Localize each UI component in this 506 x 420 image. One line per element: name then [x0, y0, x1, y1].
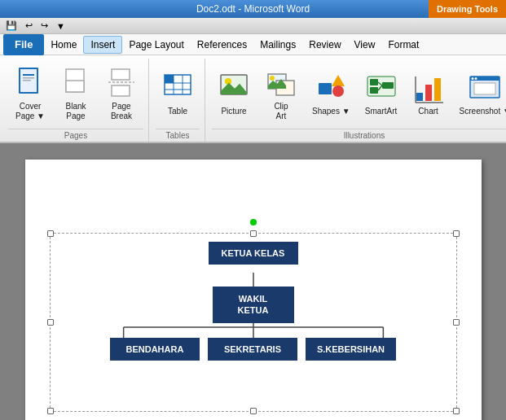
- svg-rect-9: [112, 85, 130, 96]
- page: KETUA KELAS WAKILKETUA BENDAHARA SEKRETA…: [25, 160, 482, 420]
- smartart-label: SmartArt: [365, 107, 397, 116]
- rotate-handle[interactable]: [250, 219, 257, 225]
- svg-rect-32: [434, 78, 441, 101]
- blank-page-button[interactable]: BlankPage: [54, 62, 98, 125]
- svg-rect-36: [470, 77, 499, 81]
- blank-page-label: BlankPage: [65, 102, 86, 121]
- svg-point-23: [332, 85, 344, 97]
- cover-page-label: CoverPage ▼: [15, 102, 45, 121]
- redo-icon[interactable]: ↪: [38, 20, 51, 31]
- customize-icon[interactable]: ▼: [54, 21, 68, 31]
- svg-rect-30: [416, 93, 423, 101]
- picture-label: Picture: [221, 107, 246, 116]
- bendahara-box: BENDAHARA: [110, 338, 200, 361]
- save-icon[interactable]: 💾: [3, 20, 20, 31]
- svg-point-17: [225, 78, 231, 85]
- clip-art-button[interactable]: ClipArt: [259, 62, 303, 125]
- document-area: KETUA KELAS WAKILKETUA BENDAHARA SEKRETA…: [0, 143, 506, 420]
- svg-rect-25: [370, 79, 378, 85]
- sekretaris-box: SEKRETARIS: [208, 338, 297, 361]
- svg-rect-31: [425, 85, 432, 101]
- window-title: Doc2.odt - Microsoft Word: [196, 3, 310, 15]
- quick-access-bar: 💾 ↩ ↪ ▼: [0, 18, 506, 34]
- menu-bar: File Home Insert Page Layout References …: [0, 34, 506, 55]
- svg-rect-39: [474, 83, 495, 94]
- org-chart-container[interactable]: KETUA KELAS WAKILKETUA BENDAHARA SEKRETA…: [50, 233, 457, 412]
- svg-marker-22: [332, 75, 345, 86]
- screenshot-label: Screenshot ▼: [460, 107, 506, 116]
- wakil-ketua-box: WAKILKETUA: [213, 287, 294, 323]
- shapes-button[interactable]: Shapes ▼: [306, 62, 356, 125]
- svg-rect-27: [382, 82, 394, 89]
- drawing-tools-label: Drawing Tools: [429, 0, 506, 18]
- menu-references[interactable]: References: [191, 37, 253, 53]
- menu-page-layout[interactable]: Page Layout: [122, 37, 190, 53]
- chart-button[interactable]: Chart: [407, 62, 451, 125]
- menu-mailings[interactable]: Mailings: [253, 37, 302, 53]
- svg-rect-2: [23, 74, 34, 76]
- table-label: Table: [168, 107, 187, 116]
- cover-page-button[interactable]: CoverPage ▼: [8, 62, 52, 125]
- ribbon-group-tables: Table Tables: [151, 59, 205, 142]
- svg-rect-3: [23, 77, 34, 79]
- ribbon: CoverPage ▼ BlankPage PageBreak Pages: [0, 55, 506, 143]
- menu-format[interactable]: Format: [381, 37, 425, 53]
- screenshot-button[interactable]: Screenshot ▼: [454, 62, 506, 125]
- pages-group-label: Pages: [8, 129, 143, 140]
- picture-button[interactable]: Picture: [212, 62, 256, 125]
- svg-point-38: [475, 77, 477, 80]
- ribbon-group-illustrations: Picture ClipArt: [207, 59, 506, 142]
- menu-view[interactable]: View: [348, 37, 382, 53]
- table-button[interactable]: Table: [156, 62, 200, 125]
- title-bar: Doc2.odt - Microsoft Word Drawing Tools: [0, 0, 506, 18]
- svg-rect-26: [370, 87, 378, 94]
- clip-art-label: ClipArt: [274, 102, 288, 121]
- menu-review[interactable]: Review: [302, 37, 347, 53]
- shapes-label: Shapes ▼: [312, 107, 350, 116]
- smartart-button[interactable]: SmartArt: [359, 62, 403, 125]
- svg-rect-6: [66, 81, 84, 92]
- kebersihan-box: S.KEBERSIHAN: [306, 338, 396, 361]
- svg-rect-15: [165, 75, 174, 83]
- page-break-label: PageBreak: [111, 102, 132, 121]
- tables-group-label: Tables: [156, 129, 200, 140]
- menu-home[interactable]: Home: [44, 37, 83, 53]
- illustrations-group-label: Illustrations: [212, 129, 506, 140]
- ketua-kelas-box: KETUA KELAS: [209, 242, 298, 265]
- svg-rect-21: [319, 83, 332, 94]
- chart-label: Chart: [418, 107, 438, 116]
- svg-point-20: [270, 76, 275, 81]
- undo-icon[interactable]: ↩: [23, 20, 35, 31]
- file-menu[interactable]: File: [3, 34, 44, 55]
- ribbon-group-pages: CoverPage ▼ BlankPage PageBreak Pages: [3, 59, 149, 142]
- menu-insert[interactable]: Insert: [83, 36, 122, 54]
- svg-rect-7: [112, 69, 130, 80]
- page-break-button[interactable]: PageBreak: [99, 62, 143, 125]
- svg-rect-4: [23, 80, 31, 81]
- svg-point-37: [472, 77, 474, 80]
